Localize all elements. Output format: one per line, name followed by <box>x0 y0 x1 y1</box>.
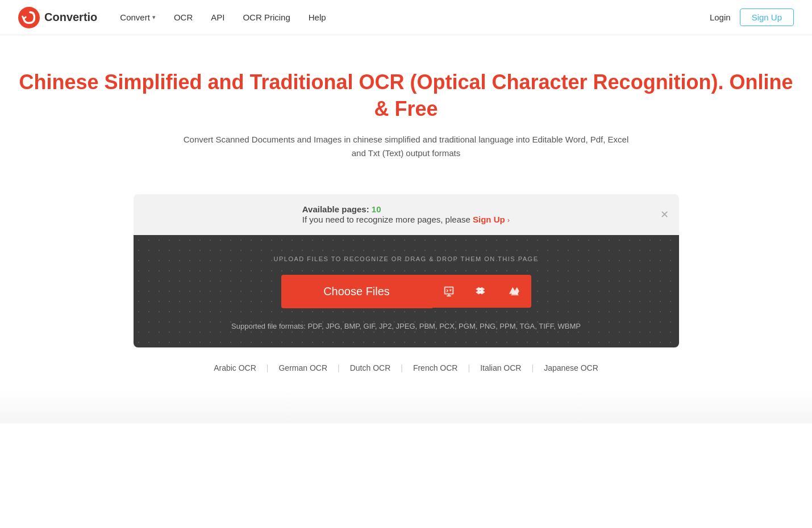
ocr-link-japanese[interactable]: Japanese OCR <box>534 363 609 372</box>
nav-ocr[interactable]: OCR <box>174 12 193 22</box>
ocr-link-french[interactable]: French OCR <box>403 363 468 372</box>
brand-name: Convertio <box>44 11 97 24</box>
google-drive-icon <box>509 285 521 297</box>
computer-icon <box>443 285 455 297</box>
supported-formats: Supported file formats: PDF, JPG, BMP, G… <box>147 322 665 330</box>
chevron-right-icon: › <box>507 216 510 224</box>
nav-ocr-pricing[interactable]: OCR Pricing <box>243 12 290 22</box>
svg-point-0 <box>18 7 40 28</box>
available-pages-label: Available pages: <box>302 204 369 214</box>
ocr-link-arabic[interactable]: Arabic OCR <box>203 363 266 372</box>
ocr-link-dutch[interactable]: Dutch OCR <box>340 363 401 372</box>
upload-dark-area: UPLOAD FILES TO RECOGNIZE OR DRAG & DROP… <box>134 235 679 347</box>
dropbox-button[interactable] <box>465 275 498 308</box>
signup-link[interactable]: Sign Up <box>473 215 505 224</box>
logo-icon <box>18 7 40 28</box>
choose-files-row: Choose Files <box>281 275 531 308</box>
ocr-links: Arabic OCR | German OCR | Dutch OCR | Fr… <box>0 347 812 384</box>
nav-right: Login Sign Up <box>710 9 794 26</box>
pages-count: 10 <box>372 204 381 214</box>
more-pages-text: If you need to recognize more pages, ple… <box>302 215 510 224</box>
nav-api[interactable]: API <box>211 12 224 22</box>
from-computer-button[interactable] <box>432 275 465 308</box>
dropbox-icon <box>476 285 488 297</box>
login-link[interactable]: Login <box>710 12 731 22</box>
hero-title: Chinese Simplified and Traditional OCR (… <box>11 69 801 123</box>
logo-link[interactable]: Convertio <box>18 7 97 28</box>
upload-info-bar: Available pages: 10 If you need to recog… <box>134 194 679 235</box>
nav-convert[interactable]: Convert ▾ <box>120 12 156 22</box>
choose-files-button[interactable]: Choose Files <box>281 275 432 308</box>
signup-button[interactable]: Sign Up <box>740 9 794 26</box>
upload-container: Available pages: 10 If you need to recog… <box>134 194 679 347</box>
nav-help[interactable]: Help <box>309 12 326 22</box>
chevron-down-icon: ▾ <box>152 14 156 21</box>
hero-section: Chinese Simplified and Traditional OCR (… <box>0 35 812 171</box>
ocr-link-german[interactable]: German OCR <box>268 363 338 372</box>
nav-links: Convert ▾ OCR API OCR Pricing Help <box>120 12 710 22</box>
ocr-link-italian[interactable]: Italian OCR <box>470 363 531 372</box>
upload-instruction: UPLOAD FILES TO RECOGNIZE OR DRAG & DROP… <box>147 255 665 262</box>
bottom-gradient <box>0 389 812 424</box>
google-drive-button[interactable] <box>498 275 531 308</box>
navbar: Convertio Convert ▾ OCR API OCR Pricing … <box>0 0 812 35</box>
hero-subtitle: Convert Scanned Documents and Images in … <box>179 133 634 160</box>
close-button[interactable]: ✕ <box>660 209 669 220</box>
upload-info-text: Available pages: 10 If you need to recog… <box>302 204 510 225</box>
